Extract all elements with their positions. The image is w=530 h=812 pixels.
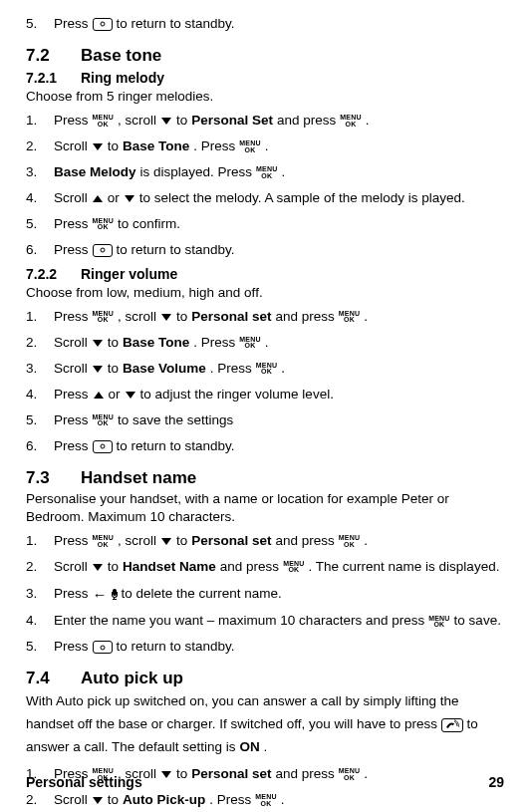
step-number: 6. [26,239,50,262]
down-icon [124,193,135,204]
down-icon [160,116,172,127]
step-number: 2. [26,789,50,812]
step-number: 5. [26,409,50,432]
step-number: 5. [26,213,50,236]
bold-term: Personal Set [191,110,273,133]
step-number: 1. [26,530,50,553]
menu-ok-icon: MENUOK [256,166,277,179]
step-number: 4. [26,384,50,406]
down-icon [125,390,136,401]
microphone-icon [112,589,118,601]
intro-text: Personalise your handset, with a name or… [26,490,504,526]
call-icon [441,718,463,732]
menu-ok-icon: MENUOK [339,311,360,324]
list-item: 2.ScrolltoBase Tone. PressMENUOK. [26,332,504,355]
step-number: 5. [26,636,50,659]
list-item: 2.ScrolltoBase Tone. PressMENUOK. [26,135,504,158]
bold-term: Base Volume [123,358,206,381]
list-item: 3.ScrolltoBase Volume. PressMENUOK. [26,358,504,381]
standby-icon [93,18,113,31]
list-item: 3.Base Melodyis displayed. PressMENUOK. [26,161,504,184]
section-heading-7-3: 7.3Handset name [26,468,504,488]
list-item: 6.Pressto return to standby. [26,239,504,262]
list-item: 2.ScrolltoAuto Pick-up. PressMENUOK. [26,789,504,812]
standby-icon [93,244,113,257]
bold-term: Base Melody [54,161,136,184]
list-item: 3.Press←to delete the current name. [26,582,504,608]
intro-text: Choose from low, medium, high and off. [26,284,504,302]
list-item: 5.PressMENUOKto save the settings [26,409,504,432]
down-icon [92,338,104,349]
section-heading-7-2: 7.2Base tone [26,46,504,66]
intro-text: With Auto pick up switched on, you can a… [26,690,504,759]
down-icon [92,364,104,375]
menu-ok-icon: MENUOK [283,561,304,574]
step-number: 2. [26,556,50,579]
standby-icon [93,641,113,654]
page-footer: Personal settings 29 [26,774,504,790]
subsection-heading-7-2-1: 7.2.1Ring melody [26,70,504,86]
svg-marker-2 [93,195,103,202]
intro-text: Choose from 5 ringer melodies. [26,88,504,106]
left-arrow-icon: ← [93,582,108,608]
svg-marker-10 [93,564,103,571]
svg-marker-5 [93,340,103,347]
list-item: 4.Enter the name you want – maximum 10 c… [26,610,504,633]
step-number: 3. [26,161,50,184]
svg-marker-3 [125,195,134,202]
list-item: 4.Scrollorto select the melody. A sample… [26,187,504,210]
step-number: 6. [26,435,50,458]
menu-ok-icon: MENUOK [93,218,114,231]
menu-ok-icon: MENUOK [256,363,277,376]
list-item: 1.PressMENUOK, scrolltoPersonal setand p… [26,306,504,329]
step-number: 1. [26,110,50,133]
step-number: 4. [26,610,50,633]
step-number: 3. [26,358,50,381]
menu-ok-icon: MENUOK [428,616,449,629]
standby-icon [93,440,113,453]
menu-ok-icon: MENUOK [239,337,260,350]
section-heading-7-4: 7.4Auto pick up [26,669,504,688]
step-number: 2. [26,135,50,158]
menu-ok-icon: MENUOK [255,794,276,807]
list-item: 5.Pressto return to standby. [26,636,504,659]
list-item: 6.Pressto return to standby. [26,435,504,458]
step-number: 5. [26,13,50,36]
menu-ok-icon: MENUOK [93,311,114,324]
steps-7-3: 1.PressMENUOK, scrolltoPersonal setand p… [26,530,504,659]
list-item: 4.Pressorto adjust the ringer volume lev… [26,384,504,406]
subsection-heading-7-2-2: 7.2.2Ringer volume [26,266,504,282]
steps-7-2-1: 1.PressMENUOK, scrolltoPersonal Setand p… [26,110,504,262]
footer-page-number: 29 [488,774,504,790]
footer-title: Personal settings [26,774,142,790]
svg-marker-8 [126,392,135,399]
up-icon [93,390,105,401]
list-item: 5. Press to return to standby. [26,13,504,36]
up-icon [92,193,104,204]
down-icon [160,536,172,547]
bold-term: Auto Pick-up [123,789,205,812]
orphan-steps: 5. Press to return to standby. [26,13,504,36]
list-item: 2.ScrolltoHandset Nameand pressMENUOK. T… [26,556,504,579]
list-item: 5.PressMENUOKto confirm. [26,213,504,236]
bold-term: Base Tone [123,135,189,158]
steps-7-2-2: 1.PressMENUOK, scrolltoPersonal setand p… [26,306,504,458]
step-number: 3. [26,583,50,606]
menu-ok-icon: MENUOK [239,140,260,153]
step-number: 1. [26,306,50,329]
svg-marker-12 [93,797,103,804]
menu-ok-icon: MENUOK [93,414,114,427]
down-icon [160,312,172,323]
bold-term: Base Tone [123,332,189,355]
down-icon [92,795,104,806]
menu-ok-icon: MENUOK [93,115,114,128]
bold-term: ON [239,739,259,754]
svg-marker-7 [94,392,104,399]
bold-term: Personal set [191,530,271,553]
list-item: 1.PressMENUOK, scrolltoPersonal Setand p… [26,110,504,133]
svg-marker-1 [93,143,103,150]
down-icon [92,141,104,152]
svg-marker-6 [93,366,103,373]
bold-term: Personal set [191,306,271,329]
step-number: 2. [26,332,50,355]
